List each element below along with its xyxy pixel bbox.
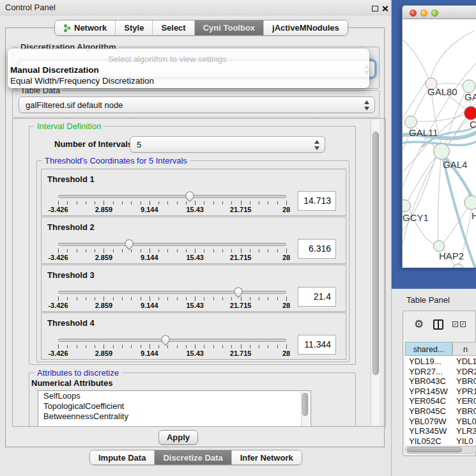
slider-tick	[77, 201, 77, 204]
attribute-list-item[interactable]: BetweennessCentrality	[38, 411, 311, 422]
checkbox-icon[interactable]: ✓	[452, 321, 458, 327]
slider-thumb[interactable]	[233, 286, 243, 298]
slider-tick	[167, 201, 168, 204]
tab-label: Style	[124, 23, 144, 33]
table-hscrollbar-thumb[interactable]	[407, 447, 462, 452]
table-row[interactable]: YDR27...YDR2	[405, 367, 476, 377]
network-edge[interactable]	[413, 89, 428, 116]
table-row[interactable]: YBL079WYBL0	[405, 417, 476, 427]
list-scrollbar[interactable]	[301, 392, 309, 426]
slider-tick	[86, 297, 86, 300]
minimize-traffic-light-icon[interactable]	[420, 10, 427, 17]
zoom-traffic-light-icon[interactable]	[431, 10, 438, 17]
dropdown-hint: Select algorithm to view settings	[8, 54, 327, 64]
list-scrollbar-thumb[interactable]	[302, 393, 308, 416]
network-node-c[interactable]	[464, 107, 476, 120]
network-edge[interactable]	[408, 157, 436, 200]
attribute-list-item[interactable]: TopologicalCoefficient	[38, 401, 311, 411]
table-row[interactable]: YLR345WYLR3	[405, 426, 476, 436]
slider-tick	[268, 345, 268, 348]
table-panel: Table Panel ⚙ ✓ ✓ shared... n YDL19...YD…	[392, 289, 476, 476]
slider-thumb[interactable]	[160, 334, 171, 346]
slider-tick-label: 2.859	[95, 349, 113, 357]
table-row[interactable]: YBR045CYBR0	[405, 406, 476, 417]
network-edge[interactable]	[403, 38, 429, 79]
table-row[interactable]: YIL052CYIL0	[405, 436, 476, 445]
table-row[interactable]: YDL19...YDL1	[405, 357, 476, 367]
slider-tick	[95, 201, 95, 204]
column-header-shared-name[interactable]: shared...	[405, 342, 452, 356]
network-window-titlebar[interactable]	[402, 5, 476, 19]
slider-tick	[231, 297, 232, 300]
main-scrollbar[interactable]	[371, 119, 380, 426]
slider-thumb[interactable]	[124, 238, 134, 250]
tab-jactivemnodules[interactable]: jActiveMNodules	[264, 20, 348, 35]
dropdown-option-equal-width-frequency[interactable]: Equal Width/Frequency Discretization	[10, 76, 367, 86]
threshold-value-field[interactable]: 21.4	[298, 287, 336, 307]
slider-tick	[58, 296, 59, 301]
tab-select[interactable]: Select	[153, 20, 194, 35]
network-edge[interactable]	[438, 160, 441, 240]
threshold-value-field[interactable]: 6.316	[298, 239, 336, 259]
slider-track[interactable]	[58, 339, 286, 342]
control-panel-window: Control Panel NetworkStyleSelectCyni Too…	[0, 0, 392, 476]
slider-tick-label: -3.426	[48, 349, 68, 357]
slider-track[interactable]	[58, 195, 286, 198]
table-row[interactable]: YBR043CYBR0	[405, 376, 476, 387]
network-view-window: GAL80GALCGAL11GAL4GCY1HHAP2	[402, 5, 476, 268]
threshold-label: Threshold 2	[47, 222, 95, 232]
split-columns-icon[interactable]	[433, 319, 443, 330]
apply-button[interactable]: Apply	[158, 430, 198, 445]
tab-label: Discretize Data	[163, 453, 222, 463]
close-traffic-light-icon[interactable]	[410, 10, 417, 17]
table-horizontal-scrollbar[interactable]	[405, 446, 476, 454]
network-node-gcy1[interactable]	[403, 200, 411, 212]
control-panel-titlebar: Control Panel	[0, 0, 391, 15]
table-data-combo[interactable]: galFiltered.sif default node	[19, 96, 375, 113]
float-window-icon[interactable]	[372, 6, 378, 12]
slider-tick-label: 21.715	[230, 302, 252, 309]
tab-network[interactable]: Network	[55, 20, 116, 35]
slider-track[interactable]	[58, 291, 286, 294]
tab-impute-data[interactable]: Impute Data	[90, 450, 155, 464]
tab-discretize-data[interactable]: Discretize Data	[155, 450, 231, 464]
slider-tick	[113, 297, 114, 300]
network-node-gal11[interactable]	[405, 116, 417, 128]
table-row[interactable]: YER054CYER0	[405, 396, 476, 406]
number-of-intervals-combo[interactable]: 5	[130, 136, 325, 153]
slider-tick	[104, 201, 104, 205]
dropdown-option-manual-discretization[interactable]: Manual Discretization	[10, 65, 367, 75]
slider-tick	[113, 345, 114, 348]
slider-track[interactable]	[58, 243, 286, 246]
main-scrollbar-thumb[interactable]	[372, 132, 379, 375]
settings-gear-icon[interactable]: ⚙	[414, 319, 424, 330]
network-node-gal4[interactable]	[434, 144, 450, 160]
threshold-value-field[interactable]: 14.713	[298, 191, 336, 211]
cell-name: YLR3	[452, 426, 476, 436]
slider-tick-label: 2.859	[95, 254, 113, 261]
tab-cyni-toolbox[interactable]: Cyni Toolbox	[195, 20, 264, 35]
network-canvas[interactable]: GAL80GALCGAL11GAL4GCY1HHAP2	[402, 19, 476, 268]
attribute-list-item[interactable]: SelfLoops	[38, 391, 311, 401]
network-edge[interactable]	[417, 115, 464, 121]
network-node[interactable]	[453, 264, 463, 268]
table-row[interactable]: YPR145WYPR1	[405, 387, 476, 397]
close-icon[interactable]	[381, 5, 388, 12]
network-edge[interactable]	[431, 31, 474, 78]
cell-name: YBR0	[452, 376, 476, 386]
network-node-h[interactable]	[464, 196, 476, 210]
tab-style[interactable]: Style	[116, 20, 153, 35]
numerical-attributes-list[interactable]: SelfLoopsTopologicalCoefficientBetweenne…	[38, 390, 311, 426]
threshold-value-field[interactable]: 11.344	[298, 335, 336, 355]
network-edge[interactable]	[403, 81, 426, 118]
checkbox-icon[interactable]: ✓	[460, 321, 466, 327]
slider-tick-label: 21.715	[230, 254, 252, 261]
slider-tick	[167, 249, 168, 252]
network-node-hap2[interactable]	[434, 241, 445, 252]
thresholds-group: Threshold's Coordinates for 5 Intervals …	[36, 160, 349, 362]
column-header-name[interactable]: n	[452, 342, 476, 356]
tab-infer-network[interactable]: Infer Network	[232, 450, 302, 464]
slider-thumb[interactable]	[185, 190, 195, 203]
slider-tick-label: 28	[282, 302, 290, 309]
network-node-gal[interactable]	[463, 80, 475, 93]
